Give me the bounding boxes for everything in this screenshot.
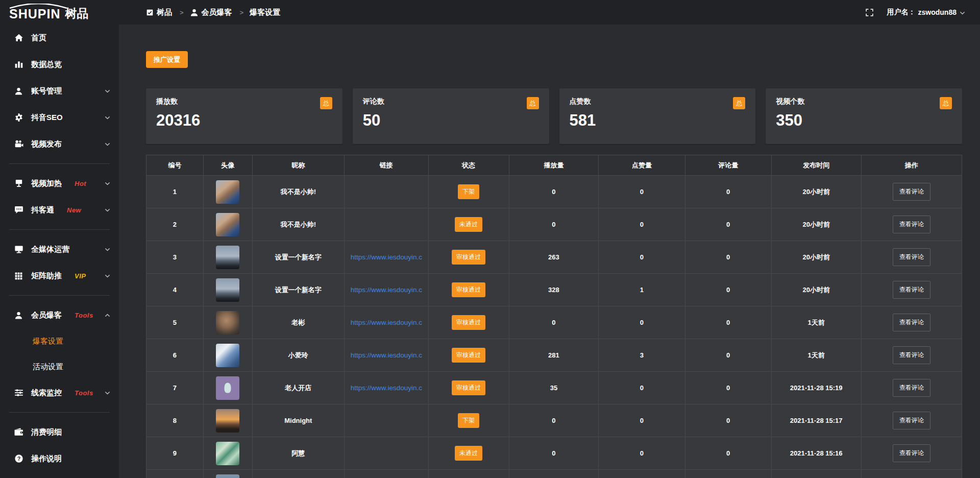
chevron-down-icon: [104, 273, 111, 279]
sidebar-divider: [9, 163, 110, 164]
breadcrumb-label: 爆客设置: [250, 8, 280, 17]
cell-publish-time: 1天前: [772, 339, 862, 371]
table-header-cell: 链接: [345, 155, 428, 175]
chevron-down-icon: [104, 207, 111, 213]
sidebar-divider: [9, 229, 110, 230]
stat-card-label: 播放数: [156, 97, 178, 106]
cell-link: [345, 404, 428, 437]
view-comments-button[interactable]: 查看评论: [893, 444, 930, 462]
cell-plays: 328: [509, 274, 599, 306]
cell-status: 下架: [429, 176, 509, 208]
table-header-cell: 状态: [429, 155, 509, 175]
fullscreen-icon[interactable]: [865, 8, 874, 17]
sidebar-item-label: 全媒体运营: [31, 245, 69, 254]
sidebar-item[interactable]: 抖音SEO: [0, 104, 119, 131]
video-link[interactable]: https://www.iesdouyin.c: [351, 351, 422, 359]
sidebar-item[interactable]: 全媒体运营: [0, 236, 119, 262]
cell-link: https://www.iesdouyin.c: [345, 339, 428, 371]
sidebar-divider: [9, 295, 110, 296]
view-comments-button[interactable]: 查看评论: [893, 248, 930, 266]
cell-comments: 0: [685, 339, 772, 371]
sidebar-item-label: 首页: [31, 33, 46, 43]
chevron-down-icon: [104, 114, 111, 121]
sidebar-item[interactable]: 活动设置: [0, 354, 119, 379]
sidebar-item[interactable]: 会员爆客 Tools: [0, 302, 119, 328]
cell-comments: 0: [685, 241, 772, 273]
cell-publish-time: 2021-11-28 15:16: [772, 437, 862, 469]
breadcrumb-separator: >: [180, 9, 184, 16]
app-logo[interactable]: SHUPIN 树品: [0, 0, 119, 25]
view-comments-button[interactable]: 查看评论: [893, 412, 930, 429]
breadcrumb-item[interactable]: 会员爆客 >: [190, 8, 244, 17]
status-badge: 审核通过: [452, 315, 485, 330]
video-link[interactable]: https://www.iesdouyin.c: [351, 253, 422, 261]
cell-status: [429, 470, 509, 478]
stat-card-header: 播放数 总: [156, 97, 332, 109]
sidebar-item[interactable]: 消费明细: [0, 419, 119, 445]
sidebar-entry: [0, 163, 119, 164]
sidebar-item[interactable]: 视频加热 Hot: [0, 170, 119, 197]
view-comments-button[interactable]: 查看评论: [893, 314, 930, 331]
sidebar-entry: 活动设置: [0, 354, 119, 379]
sidebar-item-tag: Hot: [75, 180, 86, 187]
cell-avatar: [204, 176, 253, 208]
view-comments-button[interactable]: 查看评论: [893, 216, 930, 233]
cell-actions: 查看评论: [862, 372, 962, 404]
cell-nickname: Midnight: [253, 404, 345, 437]
home-icon: [14, 33, 23, 42]
cell-comments: 0: [685, 372, 772, 404]
cell-id: [146, 470, 204, 478]
sidebar-entry: [0, 229, 119, 230]
topbar-right: 用户名： zswodun88: [865, 8, 980, 17]
stat-card: 视频个数 总 350: [766, 88, 962, 144]
cell-id: 4: [146, 274, 204, 306]
sidebar-item[interactable]: 视频发布: [0, 131, 119, 157]
cell-nickname: 老彬: [253, 306, 345, 339]
cell-link: [345, 176, 428, 208]
cell-id: 7: [146, 372, 204, 404]
chevron-down-icon: [104, 390, 111, 396]
table-row: 4 设置一个新名字 https://www.iesdouyin.c 审核通过 3…: [146, 274, 962, 306]
sidebar-item[interactable]: 账号管理: [0, 78, 119, 104]
cell-comments: [685, 470, 772, 478]
cell-status: 未通过: [429, 437, 509, 469]
status-badge: 审核通过: [452, 282, 485, 297]
view-comments-button[interactable]: 查看评论: [893, 183, 930, 201]
cell-status: 审核通过: [429, 339, 509, 371]
view-comments-button[interactable]: 查看评论: [893, 379, 930, 397]
chevron-down-icon: [959, 10, 966, 16]
breadcrumb-item[interactable]: 树品 >: [146, 8, 184, 17]
logo-arc: [9, 2, 68, 7]
sidebar-item[interactable]: 线索监控 Tools: [0, 379, 119, 406]
cell-publish-time: [772, 470, 862, 478]
sidebar-entry: 数据总览: [0, 51, 119, 78]
bar-chart-icon: [14, 60, 23, 69]
breadcrumb-label: 树品: [157, 8, 172, 17]
logo-text-en: SHUPIN: [9, 8, 60, 20]
sidebar-item[interactable]: 抖客通 New: [0, 197, 119, 223]
view-comments-button[interactable]: 查看评论: [893, 281, 930, 299]
status-badge: 审核通过: [452, 380, 485, 395]
promotion-settings-button[interactable]: 推广设置: [146, 51, 188, 68]
cell-nickname: 我不是小帅!: [253, 176, 345, 208]
sidebar-entry: 全媒体运营: [0, 236, 119, 262]
video-link[interactable]: https://www.iesdouyin.c: [351, 319, 422, 326]
table-row: 1 我不是小帅! 下架 0 0 0: [146, 176, 962, 208]
sidebar-item[interactable]: 数据总览: [0, 51, 119, 78]
sidebar-item[interactable]: ? 操作说明: [0, 445, 119, 472]
video-link[interactable]: https://www.iesdouyin.c: [351, 286, 422, 294]
sidebar-item[interactable]: 爆客设置: [0, 328, 119, 354]
stat-card-label: 视频个数: [776, 97, 804, 106]
cell-plays: 0: [509, 437, 599, 469]
sidebar-item[interactable]: 矩阵助推 VIP: [0, 262, 119, 289]
view-comments-button[interactable]: 查看评论: [893, 346, 930, 364]
user-menu[interactable]: 用户名： zswodun88: [887, 8, 966, 17]
breadcrumb-item[interactable]: 爆客设置: [250, 8, 280, 17]
cell-publish-time: 20小时前: [772, 274, 862, 306]
breadcrumb: 树品 > 会员爆客 > 爆客设置: [146, 8, 280, 17]
sidebar-item-tag: Tools: [75, 389, 93, 397]
cell-likes: 1: [599, 274, 685, 306]
video-link[interactable]: https://www.iesdouyin.c: [351, 384, 422, 392]
cell-id: 3: [146, 241, 204, 273]
sidebar-item[interactable]: 首页: [0, 25, 119, 51]
